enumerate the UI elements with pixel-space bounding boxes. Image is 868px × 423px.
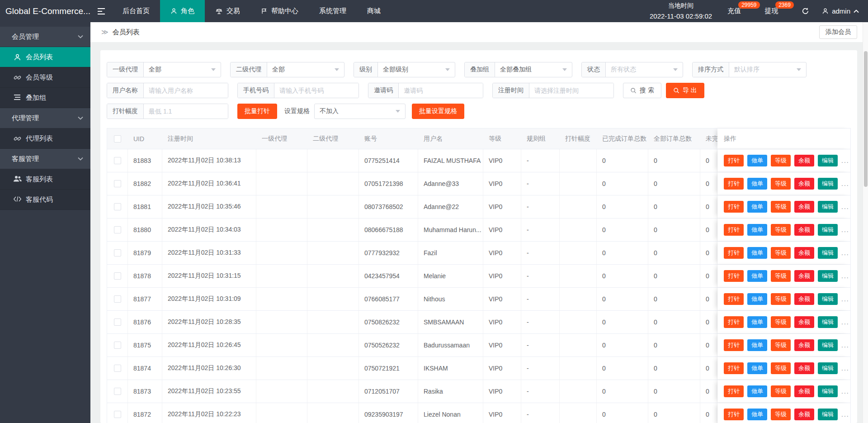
sidebar-item-agent-list[interactable]: 代理列表	[0, 128, 90, 149]
top-menu-roles[interactable]: 角色	[160, 0, 205, 22]
more-actions-button[interactable]: ...	[841, 342, 849, 349]
more-actions-button[interactable]: ...	[841, 365, 849, 372]
sidebar-item-stack-group[interactable]: 叠加组	[0, 88, 90, 108]
balance-button[interactable]: 余额	[794, 155, 814, 166]
edit-button[interactable]: 编辑	[818, 385, 838, 397]
inject-button[interactable]: 打针	[724, 201, 744, 213]
refresh-button[interactable]	[802, 7, 809, 15]
balance-button[interactable]: 余额	[794, 247, 814, 259]
status-select[interactable]: 所有状态	[606, 62, 683, 77]
edit-button[interactable]: 编辑	[818, 316, 838, 328]
top-menu-trade[interactable]: 交易	[205, 0, 250, 22]
level-button[interactable]: 等级	[771, 409, 791, 420]
more-actions-button[interactable]: ...	[841, 157, 849, 164]
top-menu-mall[interactable]: 商城	[357, 0, 391, 22]
edit-button[interactable]: 编辑	[818, 339, 838, 351]
sidebar-item-member-list[interactable]: 会员列表	[0, 47, 90, 67]
export-button[interactable]: 导 出	[666, 83, 704, 98]
make-order-button[interactable]: 做单	[747, 155, 767, 166]
select-all-checkbox[interactable]	[114, 135, 121, 143]
more-actions-button[interactable]: ...	[841, 249, 849, 257]
balance-button[interactable]: 余额	[794, 339, 814, 351]
top-menu-dashboard[interactable]: 后台首页	[112, 0, 160, 22]
make-order-button[interactable]: 做单	[747, 270, 767, 282]
spec-select[interactable]: 不加入	[315, 104, 405, 119]
inject-button[interactable]: 打针	[724, 409, 744, 420]
edit-button[interactable]: 编辑	[818, 293, 838, 305]
level-button[interactable]: 等级	[771, 339, 791, 351]
level-button[interactable]: 等级	[771, 385, 791, 397]
inject-button[interactable]: 打针	[724, 293, 744, 305]
inject-button[interactable]: 打针	[724, 155, 744, 166]
username-input[interactable]	[144, 83, 228, 98]
user-menu[interactable]: admin	[822, 7, 859, 15]
stack-group-select[interactable]: 全部叠加组	[495, 62, 572, 77]
sidebar-group-service-management[interactable]: 客服管理	[0, 149, 90, 169]
edit-button[interactable]: 编辑	[818, 201, 838, 213]
more-actions-button[interactable]: ...	[841, 318, 849, 326]
edit-button[interactable]: 编辑	[818, 362, 838, 374]
sidebar-item-service-code[interactable]: 客服代码	[0, 190, 90, 210]
balance-button[interactable]: 余额	[794, 201, 814, 213]
row-checkbox[interactable]	[114, 295, 121, 303]
row-checkbox[interactable]	[114, 157, 121, 164]
edit-button[interactable]: 编辑	[818, 247, 838, 259]
balance-button[interactable]: 余额	[794, 293, 814, 305]
edit-button[interactable]: 编辑	[818, 409, 838, 420]
balance-button[interactable]: 余额	[794, 224, 814, 236]
inject-button[interactable]: 打针	[724, 339, 744, 351]
edit-button[interactable]: 编辑	[818, 270, 838, 282]
balance-button[interactable]: 余额	[794, 270, 814, 282]
inject-button[interactable]: 打针	[724, 247, 744, 259]
row-checkbox[interactable]	[114, 203, 121, 210]
make-order-button[interactable]: 做单	[747, 409, 767, 420]
recharge-link[interactable]: 充值 29959	[727, 0, 741, 22]
make-order-button[interactable]: 做单	[747, 247, 767, 259]
more-actions-button[interactable]: ...	[841, 203, 849, 210]
level-button[interactable]: 等级	[771, 270, 791, 282]
make-order-button[interactable]: 做单	[747, 293, 767, 305]
top-menu-help-center[interactable]: 帮助中心	[250, 0, 309, 22]
balance-button[interactable]: 余额	[794, 178, 814, 190]
inject-button[interactable]: 打针	[724, 178, 744, 190]
row-checkbox[interactable]	[114, 365, 121, 372]
level-button[interactable]: 等级	[771, 155, 791, 166]
withdraw-link[interactable]: 提现 2369	[764, 0, 778, 22]
level-button[interactable]: 等级	[771, 293, 791, 305]
balance-button[interactable]: 余额	[794, 409, 814, 420]
row-checkbox[interactable]	[114, 180, 121, 187]
top-menu-system[interactable]: 系统管理	[309, 0, 357, 22]
row-checkbox[interactable]	[114, 318, 121, 326]
row-checkbox[interactable]	[114, 249, 121, 257]
level-button[interactable]: 等级	[771, 247, 791, 259]
more-actions-button[interactable]: ...	[841, 180, 849, 187]
row-checkbox[interactable]	[114, 226, 121, 233]
make-order-button[interactable]: 做单	[747, 224, 767, 236]
level-button[interactable]: 等级	[771, 362, 791, 374]
level-select[interactable]: 全部级别	[378, 62, 455, 77]
more-actions-button[interactable]: ...	[841, 226, 849, 233]
sidebar-group-member-management[interactable]: 会员管理	[0, 27, 90, 47]
inject-button[interactable]: 打针	[724, 362, 744, 374]
row-checkbox[interactable]	[114, 411, 121, 418]
inject-range-input[interactable]	[144, 104, 228, 119]
more-actions-button[interactable]: ...	[841, 272, 849, 280]
make-order-button[interactable]: 做单	[747, 316, 767, 328]
make-order-button[interactable]: 做单	[747, 385, 767, 397]
sidebar-item-service-list[interactable]: 客服列表	[0, 169, 90, 190]
row-checkbox[interactable]	[114, 342, 121, 349]
edit-button[interactable]: 编辑	[818, 224, 838, 236]
make-order-button[interactable]: 做单	[747, 201, 767, 213]
make-order-button[interactable]: 做单	[747, 178, 767, 190]
sidebar-collapse-button[interactable]	[90, 0, 112, 22]
level-button[interactable]: 等级	[771, 316, 791, 328]
sort-select[interactable]: 默认排序	[729, 62, 806, 77]
reg-time-input[interactable]	[529, 83, 613, 98]
make-order-button[interactable]: 做单	[747, 362, 767, 374]
sidebar-item-member-level[interactable]: 会员等级	[0, 67, 90, 88]
more-actions-button[interactable]: ...	[841, 388, 849, 395]
level-button[interactable]: 等级	[771, 178, 791, 190]
inject-button[interactable]: 打针	[724, 385, 744, 397]
inject-button[interactable]: 打针	[724, 270, 744, 282]
page-scrollbar[interactable]	[863, 22, 868, 423]
